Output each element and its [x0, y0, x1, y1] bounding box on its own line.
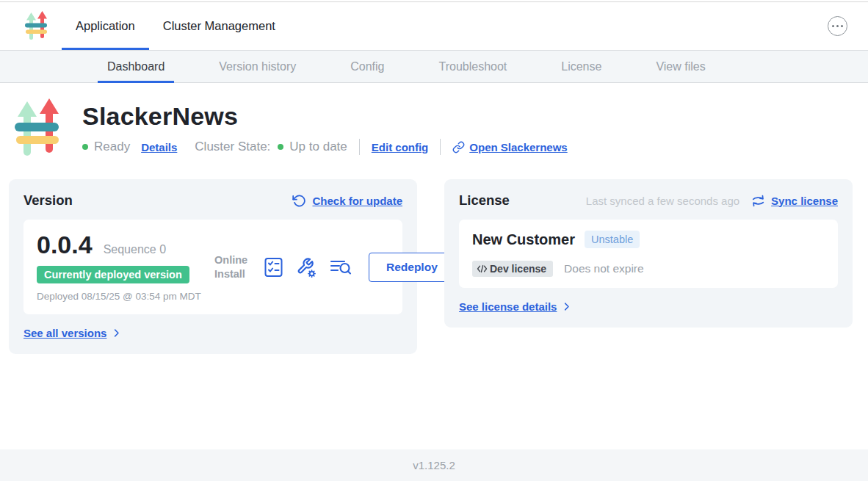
view-logs-search-icon[interactable]: [329, 257, 352, 277]
subnav-troubleshoot-label: Troubleshoot: [438, 60, 507, 73]
version-card-title: Version: [23, 192, 73, 209]
app-header: SlackerNews Ready Details Cluster State:…: [0, 83, 868, 162]
console-version-label: v1.125.2: [413, 459, 455, 471]
subnav-version-history[interactable]: Version history: [209, 51, 305, 82]
subnav-dashboard-label: Dashboard: [107, 60, 164, 73]
open-app-link[interactable]: Open Slackernews: [469, 141, 567, 153]
cluster-state-label: Cluster State:: [195, 140, 270, 154]
app-status-label: Ready: [94, 140, 130, 154]
chevron-right-icon: [561, 301, 572, 312]
app-subnav: Dashboard Version history Config Trouble…: [0, 50, 868, 83]
footer: v1.125.2: [0, 449, 868, 481]
license-card: License Last synced a few seconds ago Sy…: [444, 179, 853, 328]
subnav-config-label: Config: [350, 60, 384, 73]
code-icon: [477, 264, 488, 274]
subnav-config[interactable]: Config: [341, 51, 394, 82]
tab-application-label: Application: [76, 19, 135, 33]
link-icon: [452, 141, 465, 153]
current-version-panel: 0.0.4 Sequence 0 Currently deployed vers…: [23, 220, 402, 314]
top-nav-tabs: Application Cluster Management: [62, 2, 289, 50]
deployed-status-badge: Currently deployed version: [37, 266, 189, 283]
subnav-view-files[interactable]: View files: [646, 51, 715, 82]
redeploy-button[interactable]: Redeploy: [369, 253, 455, 282]
subnav-troubleshoot[interactable]: Troubleshoot: [429, 51, 516, 82]
tab-cluster-management-label: Cluster Management: [163, 19, 275, 33]
config-wrench-icon[interactable]: [296, 257, 317, 278]
channel-badge: Unstable: [585, 231, 640, 248]
page-title: SlackerNews: [82, 102, 568, 131]
see-all-versions-link[interactable]: See all versions: [23, 327, 106, 339]
install-type-label: Online Install: [214, 253, 251, 280]
top-navbar: Application Cluster Management: [0, 2, 868, 50]
license-expiry-label: Does not expire: [564, 262, 644, 275]
license-type-label: Dev license: [490, 263, 546, 275]
subnav-license-label: License: [561, 60, 601, 73]
subnav-view-files-label: View files: [656, 60, 705, 73]
deployed-timestamp: Deployed 08/15/25 @ 03:54 pm MDT: [37, 290, 207, 303]
sync-icon: [751, 195, 765, 207]
version-card: Version Check for update 0.0.4 Sequence …: [9, 179, 417, 354]
cluster-state-value: Up to date: [289, 140, 347, 154]
ellipsis-icon: [832, 25, 835, 28]
subnav-license[interactable]: License: [551, 51, 611, 82]
divider: [359, 139, 360, 155]
subnav-dashboard[interactable]: Dashboard: [98, 51, 174, 82]
see-license-details-link[interactable]: See license details: [459, 300, 557, 313]
divider: [440, 139, 441, 155]
dashboard-cards: Version Check for update 0.0.4 Sequence …: [0, 179, 868, 354]
sync-license-link[interactable]: Sync license: [771, 195, 838, 207]
tab-cluster-management[interactable]: Cluster Management: [149, 2, 289, 50]
edit-config-link[interactable]: Edit config: [372, 141, 429, 153]
app-status-row: Ready Details Cluster State: Up to date …: [82, 139, 568, 155]
preflight-checklist-icon[interactable]: [264, 257, 283, 278]
customer-name: New Customer: [472, 231, 575, 248]
refresh-icon: [292, 194, 306, 208]
app-logo-large-icon: [15, 97, 62, 162]
last-synced-label: Last synced a few seconds ago: [586, 195, 739, 207]
app-logo-icon: [24, 10, 49, 43]
chevron-right-icon: [111, 328, 122, 339]
overflow-menu-button[interactable]: [828, 16, 847, 36]
check-for-update-link[interactable]: Check for update: [312, 195, 402, 207]
cluster-state-dot: [278, 144, 283, 150]
app-ready-status-dot: [82, 144, 88, 150]
details-link[interactable]: Details: [141, 141, 177, 153]
subnav-version-history-label: Version history: [219, 60, 296, 73]
license-detail-panel: New Customer Unstable Dev license Does n…: [459, 220, 838, 288]
license-type-badge: Dev license: [472, 261, 553, 277]
version-number: 0.0.4: [37, 231, 93, 259]
sequence-label: Sequence 0: [104, 243, 166, 256]
license-card-title: License: [459, 192, 510, 209]
tab-application[interactable]: Application: [62, 2, 149, 50]
